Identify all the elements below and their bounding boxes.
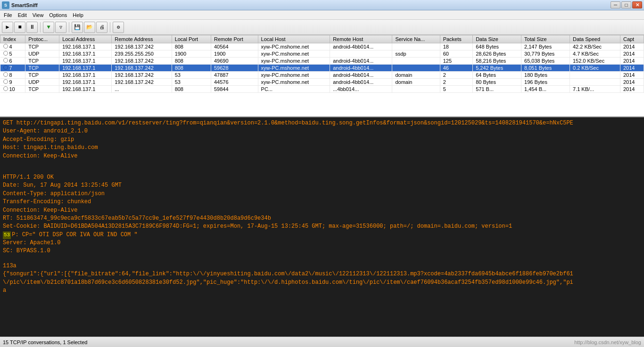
save-button[interactable]: 💾 — [72, 22, 83, 33]
cell-index: 4 — [0, 43, 25, 50]
cell-local-port: 808 — [172, 65, 211, 72]
filter-button[interactable]: ▼ — [43, 22, 54, 33]
table-row[interactable]: 6 TCP 192.168.137.1 192.168.137.242 808 … — [0, 58, 644, 65]
cell-remote-addr: 192.168.137.242 — [112, 65, 172, 72]
cell-data-speed: 7.1 KB/... — [570, 86, 620, 93]
cell-remote-addr: 192.168.137.242 — [112, 43, 172, 50]
blank-line-1 — [3, 160, 641, 167]
col-remote-addr[interactable]: Remote Address — [112, 35, 172, 43]
col-remote-port[interactable]: Remote Port — [211, 35, 258, 43]
menu-item-edit[interactable]: Edit — [15, 12, 30, 18]
request-line: GET http://tingapi.ting.baidu.com/v1/res… — [3, 119, 641, 127]
cell-index: 9 — [0, 79, 25, 86]
cell-proto: UDP — [25, 79, 59, 86]
col-data-speed[interactable]: Data Speed — [570, 35, 620, 43]
cell-capt: 2014 — [620, 86, 644, 93]
table-row[interactable]: 5 UDP 192.168.137.1 239.255.255.250 1900… — [0, 50, 644, 58]
json-line3: a — [3, 287, 641, 295]
minimize-button[interactable]: ─ — [611, 1, 620, 8]
cell-service: domain — [392, 79, 440, 86]
cell-local-addr: 192.168.137.1 — [59, 65, 112, 72]
menu-item-help[interactable]: Help — [70, 12, 86, 18]
response-header-line: Connection: Keep-Alive — [3, 207, 641, 215]
maximize-button[interactable]: □ — [621, 1, 631, 8]
table-row[interactable]: 8 TCP 192.168.137.1 192.168.137.242 53 4… — [0, 72, 644, 79]
col-local-host[interactable]: Local Host — [258, 35, 330, 43]
col-total-size[interactable]: Total Size — [521, 35, 570, 43]
cell-index: 8 — [0, 72, 25, 79]
cell-local-addr: 192.168.137.1 — [59, 86, 112, 93]
cell-total-size: 1,454 B... — [521, 86, 570, 93]
cell-packets: 2 — [440, 79, 472, 86]
cell-total-size: 8,051 Bytes — [521, 65, 570, 72]
toolbar-separator-3 — [110, 22, 110, 33]
cell-local-port: 808 — [172, 58, 211, 65]
table-row[interactable]: 10 TCP 192.168.137.1 ... 808 59844 PC...… — [0, 86, 644, 93]
open-button[interactable]: 📂 — [84, 22, 95, 33]
cell-local-host: xyw-PC.mshome.net — [258, 58, 330, 65]
cell-remote-port: 1900 — [211, 50, 258, 58]
toolbar: ▶ ■ ⏸ ▼ ▽ 💾 📂 🖨 ⚙ — [0, 20, 644, 35]
cell-data-size: 648 Bytes — [473, 43, 521, 50]
request-header-line: Accept-Encoding: gzip — [3, 136, 641, 144]
cell-packets: 18 — [440, 43, 472, 50]
blank-line-2 — [3, 167, 641, 174]
cell-data-speed: 0.2 KB/Sec — [570, 65, 620, 72]
cell-remote-port: 47887 — [211, 72, 258, 79]
cell-proto: TCP — [25, 65, 59, 72]
print-button[interactable]: 🖨 — [96, 22, 107, 33]
cell-local-port: 53 — [172, 79, 211, 86]
cell-total-size: 30,779 Bytes — [521, 50, 570, 58]
col-remote-host[interactable]: Remote Host — [330, 35, 392, 43]
pause-button[interactable]: ⏸ — [26, 22, 38, 33]
col-data-size[interactable]: Data Size — [473, 35, 521, 43]
cell-local-host: xyw-PC.mshome.net — [258, 79, 330, 86]
filter2-button[interactable]: ▽ — [55, 22, 66, 33]
menu-item-options[interactable]: Options — [46, 12, 70, 18]
cell-data-speed — [570, 72, 620, 79]
cell-remote-port: 40564 — [211, 43, 258, 50]
response-header-line: Content-Type: application/json — [3, 190, 641, 198]
col-proto[interactable]: Protoc... — [25, 35, 59, 43]
menu-item-view[interactable]: View — [30, 12, 47, 18]
cell-remote-host: android-4bb014... — [330, 43, 392, 50]
chunk-size: 113a — [3, 262, 641, 270]
props-button[interactable]: ⚙ — [113, 22, 124, 33]
col-local-port[interactable]: Local Port — [172, 35, 211, 43]
cell-packets: 2 — [440, 72, 472, 79]
col-packets[interactable]: Packets — [440, 35, 472, 43]
cell-local-port: 808 — [172, 43, 211, 50]
table-row[interactable]: 4 TCP 192.168.137.1 192.168.137.242 808 … — [0, 43, 644, 50]
status-bar: 15 TCP/IP conversations, 1 Selected http… — [0, 337, 644, 347]
response-header-line: Set-Cookie: BAIDUID=D61BDA504A13D2815A3C… — [3, 223, 641, 231]
request-header-line: User-Agent: android_2.1.0 — [3, 127, 641, 135]
col-local-addr[interactable]: Local Address — [59, 35, 112, 43]
cell-remote-host — [330, 50, 392, 58]
server-line: Server: Apache1.0 — [3, 239, 641, 247]
menu-item-file[interactable]: File — [1, 12, 15, 18]
status-left: 15 TCP/IP conversations, 1 Selected — [3, 339, 87, 345]
cell-total-size: 65,038 Bytes — [521, 58, 570, 65]
col-capt[interactable]: Capt — [620, 35, 644, 43]
table-row[interactable]: 7 TCP 192.168.137.1 192.168.137.242 808 … — [0, 65, 644, 72]
col-index[interactable]: Index — [0, 35, 25, 43]
cell-data-size: 5,242 Bytes — [473, 65, 521, 72]
cell-packets: 125 — [440, 58, 472, 65]
stop-button[interactable]: ■ — [14, 22, 25, 33]
response-status: HTTP/1.1 200 OK — [3, 174, 641, 182]
col-service[interactable]: Service Na... — [392, 35, 440, 43]
packet-detail-area: GET http://tingapi.ting.baidu.com/v1/res… — [0, 117, 644, 337]
cell-capt: 2014 — [620, 79, 644, 86]
play-button[interactable]: ▶ — [2, 22, 13, 33]
response-header-line: Date: Sun, 17 Aug 2014 13:25:45 GMT — [3, 182, 641, 190]
cell-data-size: 571 B... — [473, 86, 521, 93]
cell-service — [392, 65, 440, 72]
cell-data-size: 28,626 Bytes — [473, 50, 521, 58]
title-left: S SmartSniff — [2, 1, 38, 9]
cell-total-size: 2,147 Bytes — [521, 43, 570, 50]
response-header-line: Transfer-Encoding: chunked — [3, 198, 641, 206]
close-button[interactable]: ✕ — [632, 1, 642, 8]
response-headers: Date: Sun, 17 Aug 2014 13:25:45 GMTConte… — [3, 182, 641, 231]
table-row[interactable]: 9 UDP 192.168.137.1 192.168.137.242 53 4… — [0, 79, 644, 86]
table-header: Index Protoc... Local Address Remote Add… — [0, 35, 644, 43]
